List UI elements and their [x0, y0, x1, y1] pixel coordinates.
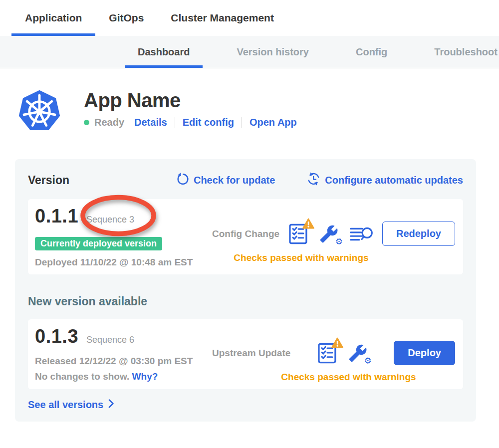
status-label: Ready [94, 117, 124, 128]
tab-gitops[interactable]: GitOps [95, 0, 157, 36]
current-version-card: 0.1.1 Sequence 3 Currently deployed vers… [28, 199, 463, 274]
deploy-button[interactable]: Deploy [394, 341, 455, 365]
gear-icon: ⚙ [335, 237, 343, 246]
version-actions: Check for update Configure automatic upd… [176, 172, 463, 188]
see-all-versions-label: See all versions [28, 399, 103, 411]
no-changes-note: No changes to show. Why? [35, 371, 212, 382]
current-icon-group: ⚙ [288, 223, 373, 245]
available-icon-group: ⚙ [317, 342, 367, 364]
preflight-checklist-icon[interactable] [317, 342, 337, 364]
tab-dashboard[interactable]: Dashboard [125, 36, 203, 68]
released-timestamp: Released 12/12/22 @ 03:30 pm EST [35, 356, 212, 367]
tab-version-history[interactable]: Version history [224, 36, 322, 68]
configure-automatic-updates-label: Configure automatic updates [325, 175, 463, 186]
warning-triangle-icon [302, 218, 314, 231]
open-app-link[interactable]: Open App [250, 117, 297, 128]
current-version-sequence: Sequence 3 [86, 215, 134, 225]
auto-update-clock-icon [307, 172, 320, 188]
refresh-icon [176, 173, 189, 188]
app-status-row: Ready Details Edit config Open App [84, 117, 297, 128]
current-checks-status: Checks passed with warnings [212, 252, 455, 263]
check-for-update-link[interactable]: Check for update [176, 173, 275, 188]
tab-troubleshoot[interactable]: Troubleshoot [421, 36, 499, 68]
available-version-actions: Upstream Update [212, 326, 455, 383]
current-version-actions: Config Change [212, 206, 455, 263]
no-changes-text: No changes to show. [35, 371, 129, 382]
green-dot-icon [84, 120, 89, 125]
available-version-card: 0.1.3 Sequence 6 Released 12/12/22 @ 03:… [28, 319, 463, 389]
primary-nav: Application GitOps Cluster Management [0, 0, 499, 36]
version-section: Version Check for update [15, 159, 476, 422]
available-version-sequence: Sequence 6 [86, 335, 134, 345]
chevron-right-icon [108, 399, 114, 411]
view-files-magnifier-icon[interactable] [349, 225, 373, 242]
redeploy-button[interactable]: Redeploy [382, 222, 455, 246]
current-version-number: 0.1.1 [35, 206, 78, 227]
current-source-label: Config Change [212, 228, 279, 239]
available-source-label: Upstream Update [212, 348, 290, 359]
tab-cluster-management[interactable]: Cluster Management [157, 0, 287, 36]
warning-triangle-icon [331, 337, 343, 350]
app-title: App Name [84, 89, 297, 112]
check-for-update-label: Check for update [194, 175, 275, 186]
deployed-timestamp: Deployed 11/10/22 @ 10:48 am EST [35, 257, 212, 268]
divider [242, 117, 242, 128]
preflight-checklist-icon[interactable] [288, 223, 308, 245]
divider [175, 117, 175, 128]
app-title-block: App Name Ready Details Edit config Open … [84, 88, 297, 134]
see-all-versions-link[interactable]: See all versions [28, 399, 114, 411]
configure-automatic-updates-link[interactable]: Configure automatic updates [307, 172, 463, 188]
available-version-info: 0.1.3 Sequence 6 Released 12/12/22 @ 03:… [35, 326, 212, 382]
app-header: App Name Ready Details Edit config Open … [0, 68, 499, 134]
details-link[interactable]: Details [134, 117, 167, 128]
why-link[interactable]: Why? [132, 371, 158, 382]
edit-config-link[interactable]: Edit config [183, 117, 234, 128]
version-section-header: Version Check for update [28, 172, 463, 188]
tab-application[interactable]: Application [11, 0, 95, 36]
new-version-available-heading: New version available [28, 295, 463, 308]
wrench-gear-icon[interactable]: ⚙ [319, 224, 338, 244]
gear-icon: ⚙ [364, 357, 372, 365]
wrench-gear-icon[interactable]: ⚙ [348, 343, 367, 363]
currently-deployed-badge: Currently deployed version [35, 237, 162, 250]
secondary-nav: Dashboard Version history Config Trouble… [0, 36, 499, 68]
version-heading: Version [28, 174, 176, 187]
available-version-number: 0.1.3 [35, 326, 78, 347]
current-version-info: 0.1.1 Sequence 3 Currently deployed vers… [35, 206, 212, 268]
kubernetes-logo [17, 88, 61, 134]
available-checks-status: Checks passed with warnings [212, 372, 455, 383]
tab-config[interactable]: Config [343, 36, 400, 68]
